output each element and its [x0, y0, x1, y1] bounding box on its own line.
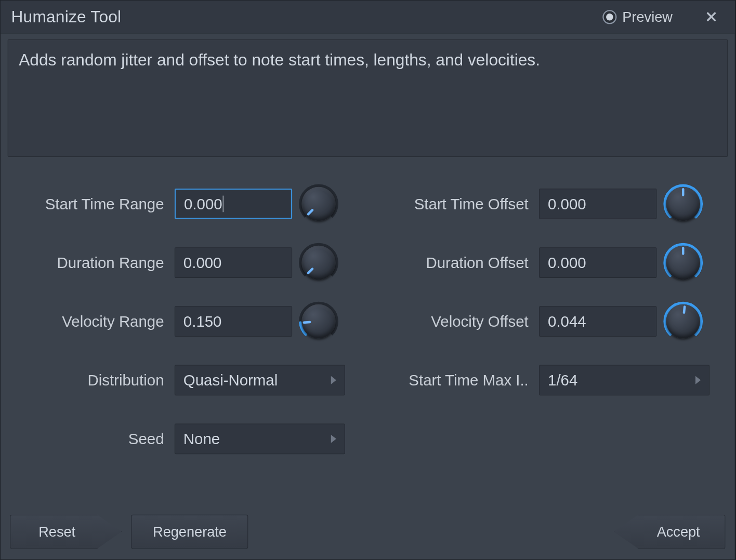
duration-range-input[interactable]: 0.000 — [175, 247, 292, 278]
chevron-right-icon — [695, 376, 701, 384]
title-bar: Humanize Tool Preview — [1, 1, 735, 33]
chevron-right-icon — [331, 376, 336, 384]
close-icon[interactable] — [702, 7, 720, 26]
velocity-offset-knob[interactable] — [663, 301, 704, 342]
start-time-max-dropdown[interactable]: 1/64 — [539, 365, 709, 395]
chevron-right-icon — [331, 435, 336, 443]
start-time-offset-value: 0.000 — [548, 195, 586, 213]
velocity-range-value: 0.150 — [183, 312, 222, 330]
seed-value: None — [183, 430, 220, 448]
parameters-area: Start Time Range 0.000 Start Time Offset… — [1, 157, 735, 506]
velocity-range-knob[interactable] — [298, 301, 339, 342]
humanize-tool-dialog: Humanize Tool Preview Adds random jitter… — [0, 0, 735, 560]
duration-offset-knob[interactable] — [663, 242, 704, 283]
dialog-footer: Reset Regenerate Accept — [1, 506, 735, 559]
start-time-range-value: 0.000 — [184, 195, 222, 213]
duration-offset-value: 0.000 — [548, 254, 586, 272]
label-distribution: Distribution — [22, 371, 175, 389]
duration-offset-input[interactable]: 0.000 — [539, 247, 656, 278]
start-time-range-input[interactable]: 0.000 — [175, 189, 292, 219]
label-start-time-range: Start Time Range — [22, 195, 175, 213]
label-seed: Seed — [22, 430, 175, 448]
label-duration-range: Duration Range — [22, 254, 175, 272]
duration-range-knob[interactable] — [298, 242, 339, 283]
reset-button[interactable]: Reset — [10, 515, 122, 549]
radio-icon — [602, 10, 616, 24]
label-start-time-max: Start Time Max I.. — [386, 371, 539, 389]
velocity-offset-input[interactable]: 0.044 — [539, 306, 656, 337]
dialog-title: Humanize Tool — [11, 7, 602, 26]
preview-toggle[interactable]: Preview — [602, 8, 673, 25]
description-text: Adds random jitter and offset to note st… — [19, 48, 716, 72]
regenerate-button[interactable]: Regenerate — [131, 515, 248, 549]
start-time-range-knob[interactable] — [298, 183, 339, 224]
label-start-time-offset: Start Time Offset — [386, 195, 539, 213]
seed-dropdown[interactable]: None — [175, 423, 345, 454]
label-velocity-offset: Velocity Offset — [386, 312, 539, 330]
description-panel: Adds random jitter and offset to note st… — [8, 39, 728, 157]
distribution-dropdown[interactable]: Quasi-Normal — [175, 365, 345, 395]
velocity-offset-value: 0.044 — [548, 312, 586, 330]
start-time-max-value: 1/64 — [548, 371, 577, 389]
text-caret-icon — [223, 196, 224, 212]
label-duration-offset: Duration Offset — [386, 254, 539, 272]
distribution-value: Quasi-Normal — [183, 371, 278, 389]
regenerate-label: Regenerate — [153, 524, 227, 540]
label-velocity-range: Velocity Range — [22, 312, 175, 330]
velocity-range-input[interactable]: 0.150 — [175, 306, 292, 337]
start-time-offset-input[interactable]: 0.000 — [539, 189, 656, 219]
reset-label: Reset — [38, 524, 75, 540]
accept-button[interactable]: Accept — [614, 515, 726, 549]
start-time-offset-knob[interactable] — [663, 183, 704, 224]
duration-range-value: 0.000 — [183, 254, 222, 272]
accept-label: Accept — [657, 524, 700, 540]
preview-label: Preview — [622, 8, 673, 25]
